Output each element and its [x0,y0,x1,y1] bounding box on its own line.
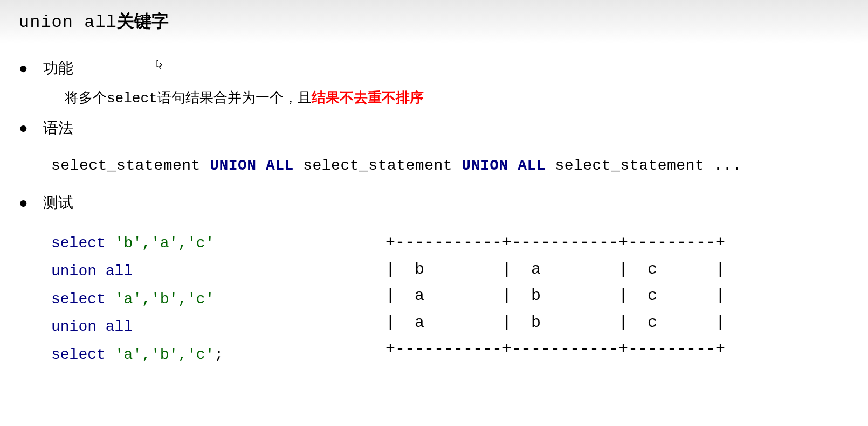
section-label-function: 功能 [43,58,73,79]
table-border-top: +-----------+-----------+---------+ [385,233,725,252]
table-row: | a | b | c | [385,287,725,305]
sql-kw: union all [51,263,133,280]
sql-kw: select [51,291,106,308]
result-output: +-----------+-----------+---------+ | b … [385,229,725,369]
table-row: | a | b | c | [385,313,725,332]
sql-line-1: select 'b','a','c' [51,229,385,257]
syntax-kw2: UNION ALL [461,157,546,174]
desc-mid: 语句结果合并为一个，且 [157,89,312,106]
desc-prefix: 将多个 [65,89,107,106]
bullet-icon: ● [19,120,28,137]
section-label-test: 测试 [43,193,73,213]
sql-line-3: select 'a','b','c' [51,285,385,313]
table-border-bottom: +-----------+-----------+---------+ [385,340,725,358]
bullet-icon: ● [19,60,28,77]
section-syntax: ● 语法 [19,118,868,138]
syntax-code: select_statement UNION ALL select_statem… [51,157,868,174]
test-content: select 'b','a','c' union all select 'a',… [19,229,868,369]
sql-str: 'a','b','c' [115,346,215,363]
section-label-syntax: 语法 [43,118,73,138]
section-function: ● 功能 [19,58,868,79]
desc-red: 结果不去重不排序 [312,89,424,106]
syntax-stmt2: select_statement [303,157,452,174]
section-test: ● 测试 [19,193,868,213]
title-mono: union all [19,12,117,32]
desc-mono: select [107,90,157,107]
bullet-icon: ● [19,194,28,212]
page-title: union all关键字 [0,0,868,43]
sql-str: 'a','b','c' [115,291,215,308]
sql-line-4: union all [51,313,385,341]
syntax-stmt1: select_statement [51,157,201,174]
sql-line-5: select 'a','b','c'; [51,341,385,369]
function-description: 将多个select语句结果合并为一个，且结果不去重不排序 [65,88,868,107]
sql-kw: select [51,346,106,363]
syntax-stmt3: select_statement [555,157,704,174]
sql-kw: select [51,235,106,252]
syntax-tail: ... [714,157,742,174]
sql-term: ; [214,346,223,363]
sql-line-2: union all [51,257,385,285]
table-row: | b | a | c | [385,260,725,278]
sql-code: select 'b','a','c' union all select 'a',… [51,229,385,369]
sql-kw: union all [51,318,133,335]
sql-str: 'b','a','c' [115,235,215,252]
title-cn: 关键字 [117,11,169,31]
content-area: ● 功能 将多个select语句结果合并为一个，且结果不去重不排序 ● 语法 s… [0,43,868,369]
syntax-kw1: UNION ALL [210,157,294,174]
